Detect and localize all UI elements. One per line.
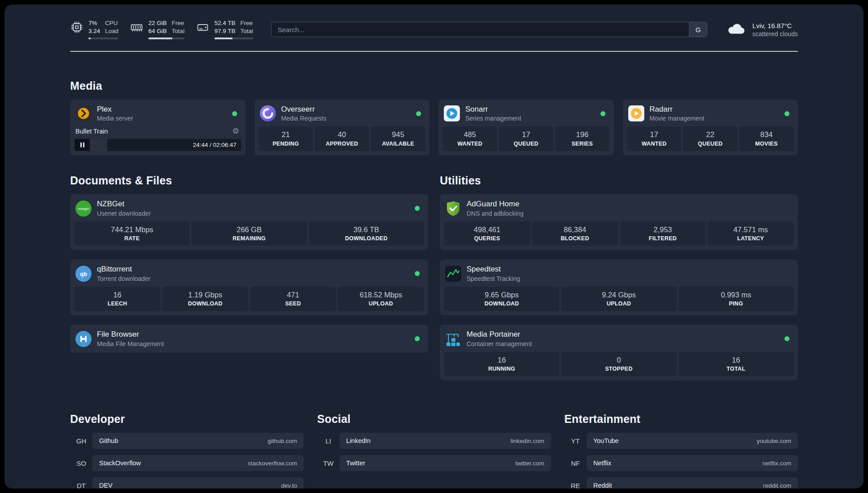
search-provider-button[interactable]: G bbox=[689, 22, 707, 37]
disk-labels: Free Total bbox=[240, 20, 253, 34]
filebrowser-icon bbox=[75, 331, 92, 347]
bookmark-linkedin[interactable]: LI LinkedInlinkedin.com bbox=[317, 433, 551, 449]
app-name: File Browser bbox=[97, 330, 164, 339]
stat-value: 945 bbox=[373, 130, 423, 139]
weather-condition: scattered clouds bbox=[752, 30, 798, 38]
stat-label: DOWNLOAD bbox=[164, 301, 246, 307]
section-title-utilities: Utilities bbox=[440, 174, 798, 187]
app-name: Speedtest bbox=[467, 265, 520, 274]
bookmark-domain: stackoverflow.com bbox=[248, 460, 297, 467]
section-title-media: Media bbox=[70, 79, 798, 92]
memory-label-bottom: Total bbox=[172, 28, 185, 35]
service-card-sonarr[interactable]: Sonarr Series management 485WANTED 17QUE… bbox=[438, 100, 614, 155]
stat-tile: 618.52 MbpsUPLOAD bbox=[338, 287, 424, 311]
service-card-overseerr[interactable]: Overseerr Media Requests 21PENDING 40APP… bbox=[255, 100, 430, 155]
stat-value: 2,953 bbox=[622, 225, 704, 234]
app-subtitle: Media server bbox=[97, 115, 133, 122]
stat-label: PING bbox=[680, 301, 792, 307]
portainer-icon bbox=[445, 331, 461, 347]
app-subtitle: Speedtest Tracking bbox=[467, 275, 520, 282]
plex-icon bbox=[75, 105, 92, 121]
stat-tile: 0.993 msPING bbox=[679, 287, 793, 311]
cpu-values: 7% 3.24 bbox=[88, 20, 100, 34]
stat-tile: 16LEECH bbox=[75, 287, 160, 311]
stat-label: REMAINING bbox=[193, 235, 305, 242]
stat-label: QUEUED bbox=[685, 141, 735, 147]
search-bar: G bbox=[271, 22, 707, 37]
now-playing-title: Bullet Train bbox=[75, 128, 108, 135]
stat-tile: 945AVAILABLE bbox=[371, 126, 425, 151]
app-name: Radarr bbox=[650, 105, 705, 114]
memory-widget: 22 GiB 64 GiB Free Total bbox=[130, 20, 184, 39]
stat-label: BLOCKED bbox=[534, 235, 616, 242]
bookmark-dev[interactable]: DT DEVdev.to bbox=[70, 477, 304, 489]
app-name: NZBGet bbox=[97, 200, 151, 209]
bookmark-youtube[interactable]: YT YouTubeyoutube.com bbox=[564, 433, 798, 449]
stat-tile: 9.24 GbpsUPLOAD bbox=[561, 287, 676, 311]
stat-value: 9.24 Gbps bbox=[563, 290, 674, 300]
stat-tile: 21PENDING bbox=[259, 126, 313, 151]
stat-label: LEECH bbox=[76, 301, 159, 307]
status-dot bbox=[785, 111, 789, 116]
qbittorrent-icon: qb bbox=[75, 266, 92, 282]
stat-value: 17 bbox=[501, 130, 551, 139]
app-subtitle: Media File Management bbox=[97, 340, 164, 347]
stat-tile: 86,384BLOCKED bbox=[532, 221, 618, 246]
bookmark-github[interactable]: GH Githubgithub.com bbox=[70, 433, 304, 449]
app-name: Sonarr bbox=[465, 105, 521, 114]
disk-progress-bar bbox=[214, 38, 253, 39]
stat-label: QUEUED bbox=[501, 141, 551, 147]
disk-label-top: Free bbox=[240, 20, 253, 27]
stat-label: WANTED bbox=[629, 141, 680, 147]
stat-value: 266 GB bbox=[193, 225, 305, 234]
stat-label: STOPPED bbox=[563, 366, 674, 372]
disk-progress-fill bbox=[214, 38, 233, 39]
service-card-adguard[interactable]: AdGuard Home DNS and adblocking 498,461Q… bbox=[440, 194, 798, 250]
adguard-icon bbox=[445, 201, 461, 217]
app-name: qBittorrent bbox=[97, 265, 150, 274]
playback-progress-bar[interactable]: 24:44 / 02:06:47 bbox=[75, 139, 241, 151]
stat-value: 39.6 TB bbox=[311, 225, 422, 234]
section-utilities: Utilities AdGuard Home DNS and adblockin… bbox=[440, 174, 798, 380]
memory-total: 64 GiB bbox=[148, 28, 167, 35]
service-card-radarr[interactable]: Radarr Movie management 17WANTED 22QUEUE… bbox=[623, 100, 798, 155]
stat-label: UPLOAD bbox=[340, 301, 422, 307]
service-card-speedtest[interactable]: Speedtest Speedtest Tracking 9.65 GbpsDO… bbox=[440, 259, 798, 315]
bookmark-twitter[interactable]: TW Twittertwitter.com bbox=[317, 455, 551, 471]
bookmark-abbr: YT bbox=[564, 433, 587, 449]
stat-value: 471 bbox=[252, 290, 334, 300]
weather-widget: Lviv, 16.87°C scattered clouds bbox=[727, 22, 798, 38]
service-card-nzbget[interactable]: nzbget NZBGet Usenet downloader 744.21 M… bbox=[70, 194, 428, 250]
bookmark-domain: youtube.com bbox=[757, 438, 791, 444]
stat-value: 16 bbox=[76, 290, 159, 300]
playback-time: 24:44 / 02:06:47 bbox=[193, 142, 241, 148]
stat-label: PENDING bbox=[261, 141, 311, 147]
stat-label: UPLOAD bbox=[563, 301, 674, 307]
bookmark-stackoverflow[interactable]: SO StackOverflowstackoverflow.com bbox=[70, 455, 304, 471]
bookmark-name: StackOverflow bbox=[99, 460, 141, 467]
stat-value: 1.19 Gbps bbox=[164, 290, 246, 300]
stat-tile: 485WANTED bbox=[443, 126, 497, 151]
stat-label: QUERIES bbox=[446, 235, 528, 242]
app-subtitle: Media Requests bbox=[281, 115, 326, 122]
speedtest-icon bbox=[445, 266, 461, 282]
service-card-plex[interactable]: Plex Media server Bullet Train ⚙ 24:44 /… bbox=[70, 100, 246, 155]
stat-tile: 471SEED bbox=[250, 287, 336, 311]
stat-label: LATENCY bbox=[709, 235, 792, 242]
app-subtitle: Torrent downloader bbox=[97, 275, 150, 282]
stat-value: 744.21 Mbps bbox=[76, 225, 188, 234]
app-subtitle: Series management bbox=[465, 115, 521, 122]
search-input[interactable] bbox=[271, 22, 689, 37]
stat-value: 86,384 bbox=[534, 225, 616, 234]
service-card-qbittorrent[interactable]: qb qBittorrent Torrent downloader 16LEEC… bbox=[70, 259, 428, 315]
gear-icon[interactable]: ⚙ bbox=[232, 127, 239, 135]
service-card-filebrowser[interactable]: File Browser Media File Management bbox=[70, 325, 428, 352]
pause-button[interactable] bbox=[75, 139, 90, 151]
disk-label-bottom: Total bbox=[240, 28, 253, 35]
bookmark-reddit[interactable]: RE Redditreddit.com bbox=[564, 477, 798, 489]
bookmark-netflix[interactable]: NF Netflixnetflix.com bbox=[564, 455, 798, 471]
plex-now-playing: Bullet Train ⚙ 24:44 / 02:06:47 bbox=[75, 126, 241, 151]
app-name: Media Portainer bbox=[467, 330, 532, 339]
service-card-portainer[interactable]: Media Portainer Container management 16R… bbox=[440, 325, 798, 380]
memory-free: 22 GiB bbox=[148, 20, 167, 27]
